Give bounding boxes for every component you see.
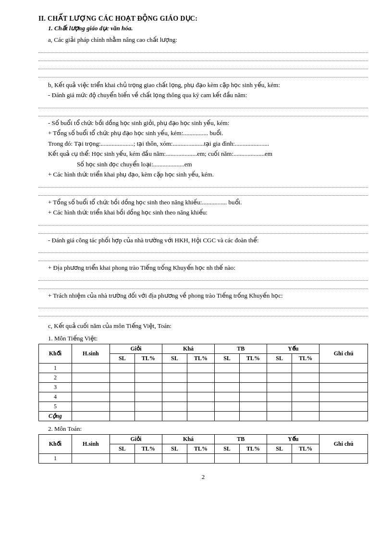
b-sub8: + Tổng số buổi tổ chức bồi dồng học sinh… (38, 198, 368, 207)
table-row: Cộng (39, 411, 72, 421)
table-row (72, 453, 110, 463)
th-tb-tl: TL% (239, 353, 267, 363)
th2-ghichu: Ghi chú (319, 434, 368, 453)
table-row (319, 382, 368, 392)
th-yeu-tl: TL% (292, 353, 319, 363)
table-row (239, 392, 267, 402)
table-row (135, 453, 162, 463)
table-row (72, 382, 110, 392)
th2-tb-tl: TL% (239, 444, 267, 453)
th2-kha: Khá (162, 434, 215, 444)
table-row (292, 363, 319, 373)
table-row (162, 453, 187, 463)
table-row (215, 411, 240, 421)
table-row (187, 392, 214, 402)
table-row (72, 402, 110, 411)
th-ghichu: Ghi chú (319, 344, 368, 363)
th-khoi: Khối (39, 344, 72, 363)
table-toan: Khối H.sinh Giỏi Khá TB Yếu Ghi chú SL T… (38, 434, 368, 464)
table-row (135, 411, 162, 421)
th-tb: TB (215, 344, 267, 353)
b-sub11: + Địa phương triển khai phong trào Tiếng… (38, 263, 368, 273)
table-row (187, 402, 214, 411)
table-row (215, 363, 240, 373)
section-title: II. CHẤT LƯỢNG CÁC HOẠT ĐỘNG GIÁO DỤC: (38, 14, 368, 23)
dotted-b5 (38, 219, 368, 226)
b-sub2: - Số buổi tổ chức bồi dồng học sinh giỏi… (38, 118, 368, 128)
table-row: 2 (39, 373, 72, 382)
a-label: a, Các giải pháp chính nhằm nâng cao chấ… (38, 35, 368, 45)
table-row (162, 363, 187, 373)
table-row (162, 382, 187, 392)
table-row (72, 392, 110, 402)
table2-label: 2. Môn Toán: (48, 425, 368, 433)
table-row (267, 453, 292, 463)
dotted-b11 (38, 301, 368, 308)
th2-yeu-tl: TL% (292, 444, 319, 453)
table-row (215, 402, 240, 411)
th2-yeu: Yếu (267, 434, 319, 444)
dotted-1 (38, 46, 368, 53)
dotted-b6 (38, 227, 368, 234)
table-row (319, 363, 368, 373)
table-row (239, 363, 267, 373)
dotted-b12 (38, 310, 368, 316)
table-row (110, 402, 135, 411)
table-row (110, 453, 135, 463)
th2-tb-sl: SL (215, 444, 240, 453)
table-row (267, 363, 292, 373)
table-row (72, 363, 110, 373)
dotted-b3 (38, 181, 368, 188)
table-row: 4 (39, 392, 72, 402)
b-sub12: + Trách nhiệm của nhà trường đối với địa… (38, 291, 368, 301)
table-row (292, 453, 319, 463)
table-row (267, 411, 292, 421)
th-gioi-tl: TL% (135, 353, 162, 363)
dotted-b8 (38, 254, 368, 261)
dotted-b4 (38, 189, 368, 196)
table-row (135, 363, 162, 373)
page-number: 2 (38, 473, 368, 481)
b-label: b, Kết quả việc triển khai chủ trọng gia… (38, 80, 368, 90)
table-row (135, 382, 162, 392)
table-row (267, 392, 292, 402)
table-row (162, 373, 187, 382)
table-row (267, 373, 292, 382)
th2-kha-sl: SL (162, 444, 187, 453)
table-row: 5 (39, 402, 72, 411)
table-row (110, 392, 135, 402)
table-row (239, 402, 267, 411)
table-row (110, 382, 135, 392)
table-tieng-viet: Khối H.sinh Giỏi Khá TB Yếu Ghi chú SL T… (38, 344, 368, 421)
th2-gioi: Giỏi (110, 434, 162, 444)
table-row (187, 363, 214, 373)
table-row (319, 453, 368, 463)
dotted-2 (38, 54, 368, 61)
table1-label: 1. Môn Tiếng Việt: (48, 335, 368, 342)
table-row (267, 382, 292, 392)
table-row (239, 373, 267, 382)
table-row (187, 411, 214, 421)
table-row (135, 402, 162, 411)
table-row (162, 392, 187, 402)
th-kha-tl: TL% (187, 353, 214, 363)
th-tb-sl: SL (215, 353, 240, 363)
dotted-b9 (38, 274, 368, 281)
table-row (110, 411, 135, 421)
dotted-b1 (38, 101, 368, 108)
th2-khoi: Khối (39, 434, 72, 453)
b-sub3: + Tổng số buổi tổ chức phụ đạo học sinh … (38, 128, 368, 138)
dotted-3 (38, 63, 368, 69)
th2-gioi-tl: TL% (135, 444, 162, 453)
th-kha: Khá (162, 344, 215, 353)
b-sub1: - Đánh giá mức độ chuyển biến về chất lọ… (38, 90, 368, 100)
table-row (292, 382, 319, 392)
table-row (187, 382, 214, 392)
b-sub6: Số học sinh đọc chuyển loại:............… (38, 160, 368, 169)
table-row (162, 402, 187, 411)
table-row (72, 411, 110, 421)
th-yeu-sl: SL (267, 353, 292, 363)
table-row: 1 (39, 363, 72, 373)
table-row (319, 392, 368, 402)
table-row (239, 382, 267, 392)
